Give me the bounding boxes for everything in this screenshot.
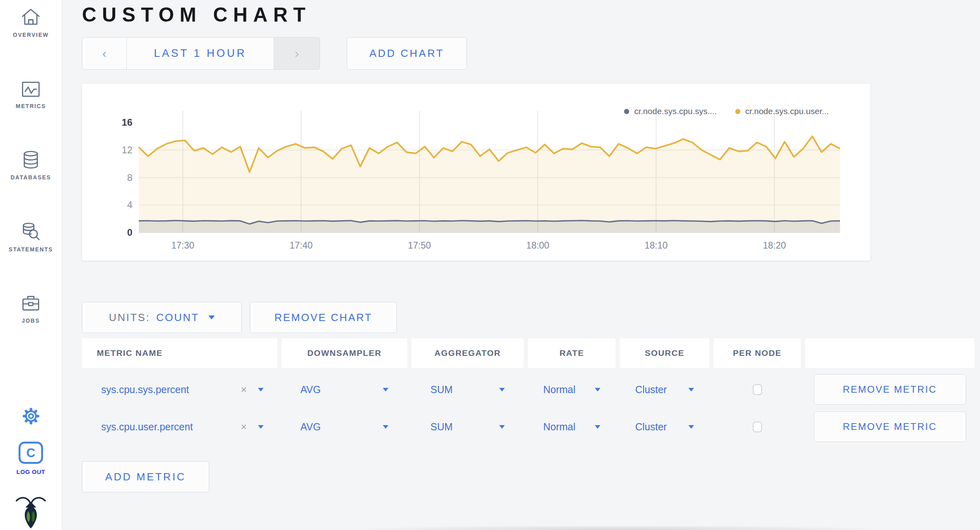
units-value: COUNT: [156, 311, 199, 324]
clear-icon[interactable]: ×: [241, 422, 247, 432]
aggregator-value: SUM: [430, 421, 453, 433]
column-header-actions: [805, 338, 974, 368]
time-range-next-button[interactable]: ›: [274, 38, 320, 69]
time-range-selector: ‹ LAST 1 HOUR ›: [82, 37, 320, 70]
sidebar: OVERVIEW METRICS DATABASES: [0, 0, 62, 530]
remove-metric-button[interactable]: REMOVE METRIC: [814, 412, 966, 442]
clear-icon[interactable]: ×: [241, 384, 247, 395]
chart-legend: cr.node.sys.cpu.sys.... cr.node.sys.cpu.…: [624, 106, 829, 116]
column-header-aggregator: AGGREGATOR: [412, 338, 524, 368]
cockroach-c-icon: C: [0, 440, 62, 465]
source-value: Cluster: [635, 384, 667, 395]
column-header-rate: RATE: [528, 338, 616, 368]
metric-name-dropdown[interactable]: sys.cpu.sys.percent ×: [82, 374, 277, 405]
svg-text:18:00: 18:00: [526, 240, 550, 251]
legend-label-sys: cr.node.sys.cpu.sys....: [634, 106, 717, 116]
add-chart-button[interactable]: ADD CHART: [347, 37, 467, 70]
column-header-source: SOURCE: [620, 338, 709, 368]
legend-label-user: cr.node.sys.cpu.user...: [745, 106, 829, 116]
svg-text:C: C: [26, 446, 35, 460]
metric-name-value: sys.cpu.sys.percent: [101, 384, 189, 395]
downsampler-value: AVG: [300, 384, 321, 395]
column-header-metric-name: METRIC NAME: [82, 338, 277, 368]
cockroach-logo[interactable]: [0, 495, 62, 528]
time-range-prev-button[interactable]: ‹: [82, 38, 126, 69]
svg-text:12: 12: [122, 145, 132, 155]
sidebar-item-databases[interactable]: DATABASES: [0, 150, 62, 181]
sidebar-item-label: DATABASES: [0, 174, 62, 181]
chart-card: 17:3017:4017:5018:0018:1018:200481216 cr…: [82, 84, 870, 261]
chevron-down-icon: [688, 425, 694, 429]
downsampler-dropdown[interactable]: AVG: [282, 374, 407, 405]
jobs-icon: [0, 294, 62, 313]
svg-text:17:50: 17:50: [408, 240, 431, 251]
svg-text:4: 4: [127, 199, 132, 210]
sidebar-item-overview[interactable]: OVERVIEW: [0, 7, 62, 38]
chevron-down-icon: [383, 425, 388, 429]
logout-button[interactable]: C LOG OUT: [0, 440, 62, 475]
rate-value: Normal: [543, 421, 576, 433]
chevron-down-icon: [595, 388, 600, 391]
gear-icon: [0, 407, 62, 426]
metric-name-value: sys.cpu.user.percent: [101, 421, 193, 433]
svg-text:0: 0: [127, 227, 132, 238]
column-header-per-node: PER NODE: [714, 338, 801, 368]
source-value: Cluster: [635, 421, 667, 433]
remove-metric-button[interactable]: REMOVE METRIC: [814, 374, 966, 405]
time-range-label[interactable]: LAST 1 HOUR: [126, 38, 274, 69]
rate-dropdown[interactable]: Normal: [528, 411, 616, 442]
downsampler-value: AVG: [300, 421, 321, 433]
sidebar-item-label: OVERVIEW: [0, 32, 62, 38]
chevron-down-icon: [499, 388, 505, 391]
chevron-down-icon: [258, 425, 264, 429]
svg-text:18:20: 18:20: [763, 240, 786, 251]
add-metric-button[interactable]: ADD METRIC: [82, 461, 209, 492]
chevron-down-icon: [258, 388, 264, 391]
per-node-cell: [714, 411, 801, 442]
legend-dot-sys: [624, 109, 629, 114]
rate-dropdown[interactable]: Normal: [528, 374, 616, 405]
metrics-icon: [0, 80, 62, 98]
statements-icon: [0, 222, 62, 242]
svg-text:17:30: 17:30: [171, 240, 194, 251]
remove-chart-button[interactable]: REMOVE CHART: [250, 302, 397, 333]
chevron-down-icon: [595, 425, 600, 429]
sidebar-item-jobs[interactable]: JOBS: [0, 294, 62, 324]
main-content: CUSTOM CHART ‹ LAST 1 HOUR › ADD CHART 1…: [62, 0, 980, 530]
downsampler-dropdown[interactable]: AVG: [282, 411, 407, 442]
metric-name-controls: ×: [241, 384, 264, 395]
legend-item-user[interactable]: cr.node.sys.cpu.user...: [735, 106, 829, 116]
legend-item-sys[interactable]: cr.node.sys.cpu.sys....: [624, 106, 717, 116]
page-title: CUSTOM CHART: [82, 0, 980, 26]
sidebar-item-label: JOBS: [0, 317, 62, 324]
sidebar-item-statements[interactable]: STATEMENTS: [0, 222, 62, 253]
aggregator-dropdown[interactable]: SUM: [412, 411, 524, 442]
svg-text:18:10: 18:10: [644, 240, 668, 251]
chevron-down-icon: [499, 425, 505, 429]
home-icon: [0, 7, 62, 27]
per-node-checkbox[interactable]: [753, 422, 762, 432]
metric-name-controls: ×: [241, 422, 264, 432]
metric-name-dropdown[interactable]: sys.cpu.user.percent ×: [82, 411, 277, 442]
units-label: UNITS:: [109, 311, 150, 324]
sidebar-item-metrics[interactable]: METRICS: [0, 80, 62, 109]
svg-text:16: 16: [122, 117, 132, 128]
aggregator-dropdown[interactable]: SUM: [412, 374, 524, 405]
chart-options-row: UNITS: COUNT REMOVE CHART: [82, 302, 980, 333]
chevron-left-icon: ‹: [102, 46, 107, 61]
source-dropdown[interactable]: Cluster: [620, 411, 709, 442]
column-header-downsampler: DOWNSAMPLER: [282, 338, 407, 368]
legend-dot-user: [735, 109, 740, 114]
source-dropdown[interactable]: Cluster: [620, 374, 709, 405]
cockroach-bug-icon: [0, 495, 62, 528]
chevron-down-icon: [688, 388, 694, 391]
units-dropdown[interactable]: UNITS: COUNT: [82, 302, 242, 333]
database-icon: [0, 150, 62, 170]
actions-cell: REMOVE METRIC: [805, 374, 974, 405]
rate-value: Normal: [543, 384, 576, 395]
sidebar-item-label: METRICS: [0, 103, 62, 109]
logout-label: LOG OUT: [0, 468, 62, 475]
chevron-right-icon: ›: [295, 46, 299, 61]
per-node-checkbox[interactable]: [753, 384, 762, 395]
settings-button[interactable]: [0, 407, 62, 426]
